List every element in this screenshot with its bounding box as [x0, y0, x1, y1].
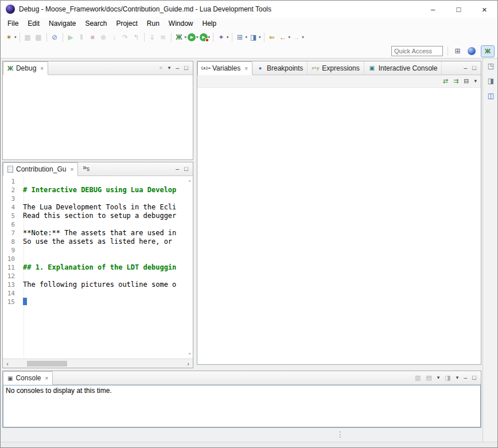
menu-project[interactable]: Project [111, 18, 142, 30]
tab-contribution-guide[interactable]: Contribution_Gu × [3, 162, 78, 176]
view-menu-icon[interactable]: ▾ [168, 65, 171, 71]
maximize-icon[interactable]: □ [184, 65, 188, 71]
back-dropdown-icon[interactable]: ▾ [289, 35, 291, 40]
debug-perspective-button[interactable]: Ж [481, 45, 495, 57]
line-number[interactable]: 8 [3, 237, 20, 246]
close-icon[interactable]: × [40, 65, 44, 72]
tab-breakpoints[interactable]: ●Breakpoints [252, 61, 308, 75]
scroll-left-icon[interactable]: ‹ [3, 359, 12, 368]
editor-line[interactable]: 11## 1. Explanation of the LDT debuggin [3, 263, 193, 272]
editor-line[interactable]: 2# Interactive DEBUG using Lua Develop [3, 186, 193, 194]
minimize-icon[interactable]: – [464, 65, 467, 71]
new-wizard-button[interactable]: ✶▾ [4, 32, 17, 42]
line-number[interactable]: 13 [3, 281, 20, 289]
window-minimize-button[interactable]: – [420, 1, 446, 18]
external-tools-button[interactable]: ▶▾ [200, 33, 211, 41]
editor-line[interactable]: 5Read this section to setup a debugger [3, 212, 193, 220]
line-number[interactable]: 14 [3, 289, 20, 298]
debug-dropdown-icon[interactable]: ▾ [185, 35, 187, 40]
open-console-dropdown-icon[interactable]: ▾ [437, 375, 440, 380]
forward-dropdown-icon[interactable]: ▾ [302, 35, 304, 40]
close-icon[interactable]: × [70, 166, 73, 173]
new-wizard-dropdown-icon[interactable]: ▾ [14, 35, 17, 40]
tab-expressions[interactable]: x+yExpressions [308, 61, 364, 75]
line-number[interactable]: 7 [3, 229, 20, 237]
logical-structure-icon[interactable]: ⇄ [443, 78, 448, 84]
skip-breakpoints-button[interactable]: ⊘ [50, 32, 60, 42]
back-button[interactable]: ←▾ [278, 32, 291, 42]
new-file-wizard-dropdown-icon[interactable]: ▾ [259, 35, 261, 40]
tab-interactive-console[interactable]: ▣Interactive Console [364, 61, 442, 75]
menu-search[interactable]: Search [80, 18, 111, 30]
line-number[interactable]: 6 [3, 220, 20, 229]
open-perspective-icon[interactable]: ⊞ [453, 46, 462, 56]
line-number[interactable]: 1 [3, 177, 20, 186]
menu-edit[interactable]: Edit [23, 18, 44, 30]
menu-navigate[interactable]: Navigate [44, 18, 80, 30]
editor-line[interactable]: 12 [3, 272, 193, 281]
close-icon[interactable]: × [45, 375, 48, 381]
line-number[interactable]: 5 [3, 212, 20, 220]
menu-file[interactable]: File [3, 18, 23, 30]
menu-help[interactable]: Help [198, 18, 221, 30]
tab-debug[interactable]: Ж Debug × [3, 61, 48, 75]
editor-hscrollbar[interactable]: ‹ › [3, 359, 193, 368]
menu-run[interactable]: Run [142, 18, 164, 30]
hscroll-thumb[interactable] [27, 361, 67, 367]
collapse-all-icon[interactable]: ⊟ [464, 78, 469, 84]
new-project-wizard-dropdown-icon[interactable]: ▾ [246, 35, 248, 40]
minimized-view-b-icon[interactable]: ◨ [488, 77, 494, 85]
minimized-view-c-icon[interactable]: ◫ [488, 92, 494, 100]
editor-line[interactable]: 6 [3, 220, 193, 229]
debug-button[interactable]: Ж▾ [174, 32, 187, 42]
editor-line[interactable]: 14 [3, 289, 193, 298]
maximize-icon[interactable]: □ [472, 375, 476, 381]
sash-grip-icon[interactable]: ⋮ [336, 432, 344, 437]
editor-tab-overflow[interactable]: » 5 [78, 162, 94, 176]
editor-line[interactable]: 15 [3, 298, 193, 306]
line-number[interactable]: 2 [3, 186, 20, 194]
last-edit-location-button[interactable]: ⇐ [267, 32, 277, 42]
display-console-dropdown-icon[interactable]: ▾ [456, 375, 459, 380]
minimize-icon[interactable]: – [464, 375, 467, 381]
maximize-icon[interactable]: □ [472, 65, 476, 71]
line-number[interactable]: 4 [3, 203, 20, 212]
run-dropdown-icon[interactable]: ▾ [196, 35, 199, 40]
window-close-button[interactable]: × [472, 1, 497, 18]
tab-variables[interactable]: (x)=Variables× [197, 61, 252, 75]
editor-line[interactable]: 10 [3, 255, 193, 263]
close-icon[interactable]: × [244, 65, 248, 72]
editor-line[interactable]: 9 [3, 246, 193, 255]
line-number[interactable]: 3 [3, 194, 20, 203]
line-number[interactable]: 11 [3, 263, 20, 272]
new-file-wizard-button[interactable]: ◨▾ [248, 32, 261, 42]
minimize-icon[interactable]: – [176, 166, 179, 172]
quick-access-input[interactable] [391, 46, 443, 56]
view-menu-icon[interactable]: ▾ [474, 79, 477, 84]
editor-line[interactable]: 1 [3, 177, 193, 186]
line-number[interactable]: 9 [3, 246, 20, 255]
minimized-view-a-icon[interactable]: ◳ [488, 62, 494, 70]
open-element-button[interactable]: ✦▾ [216, 32, 229, 42]
editor-line[interactable]: 13The following pictures outline some o [3, 281, 193, 289]
scroll-right-icon[interactable]: › [184, 359, 193, 368]
line-number[interactable]: 12 [3, 272, 20, 281]
lua-perspective-button[interactable] [465, 45, 478, 57]
new-project-wizard-button[interactable]: ⊞▾ [235, 32, 248, 42]
minimize-icon[interactable]: – [176, 65, 179, 71]
maximize-icon[interactable]: □ [184, 166, 188, 172]
scroll-up-icon[interactable]: ▴ [188, 178, 191, 183]
menu-window[interactable]: Window [164, 18, 198, 30]
line-number[interactable]: 15 [3, 298, 20, 306]
run-button[interactable]: ▶▾ [188, 33, 199, 41]
tab-console[interactable]: ▣ Console × [3, 371, 53, 385]
window-maximize-button[interactable]: □ [446, 1, 472, 18]
editor-line[interactable]: 8So use the assets as listed here, or [3, 237, 193, 246]
add-expression-icon[interactable]: ⇉ [453, 78, 458, 84]
scroll-down-icon[interactable]: ▾ [188, 352, 191, 356]
editor-line[interactable]: 3 [3, 194, 193, 203]
open-element-dropdown-icon[interactable]: ▾ [227, 35, 229, 40]
editor-line[interactable]: 7**Note:** The assets that are used in [3, 229, 193, 237]
line-number[interactable]: 10 [3, 255, 20, 263]
editor-line[interactable]: 4The Lua Development Tools in the Ecli [3, 203, 193, 212]
